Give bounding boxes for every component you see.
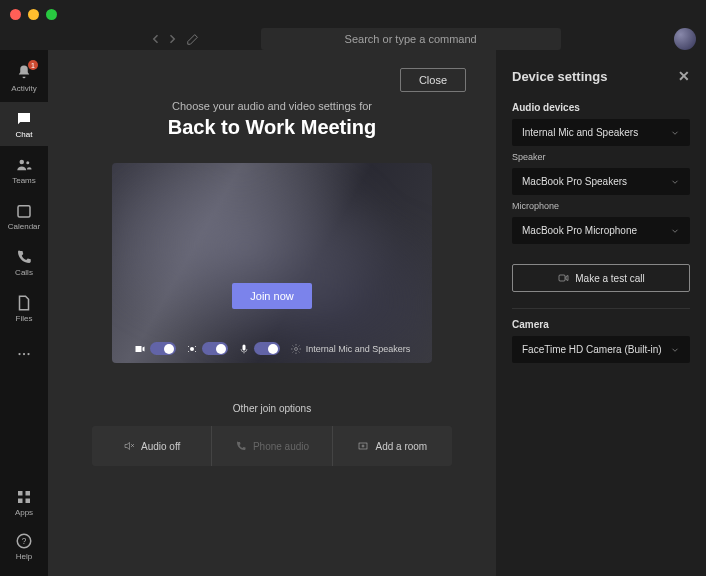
rail-files[interactable]: Files	[0, 286, 48, 330]
calendar-icon	[15, 202, 33, 220]
chat-icon	[15, 110, 33, 128]
option-label: Audio off	[141, 441, 180, 452]
svg-rect-17	[242, 344, 245, 350]
rail-apps[interactable]: Apps	[0, 480, 48, 524]
svg-point-15	[188, 351, 189, 352]
rail-label: Activity	[11, 84, 36, 93]
rail-calls[interactable]: Calls	[0, 240, 48, 284]
device-summary-button[interactable]: Internal Mic and Speakers	[290, 343, 411, 355]
rail-label: Help	[16, 552, 32, 561]
svg-rect-7	[26, 491, 31, 496]
microphone-select[interactable]: MacBook Pro Microphone	[512, 217, 690, 244]
rail-label: Apps	[15, 508, 33, 517]
phone-icon	[235, 440, 247, 452]
camera-select[interactable]: FaceTime HD Camera (Built-in)	[512, 336, 690, 363]
test-call-label: Make a test call	[575, 273, 644, 284]
rail-chat[interactable]: Chat	[0, 102, 48, 146]
chevron-down-icon	[670, 226, 680, 236]
activity-badge: 1	[28, 60, 38, 70]
camera-label: Camera	[512, 319, 690, 330]
svg-point-0	[20, 159, 25, 164]
chevron-down-icon	[670, 128, 680, 138]
rail-label: Calendar	[8, 222, 40, 231]
microphone-label: Microphone	[512, 201, 690, 211]
audio-device-select[interactable]: Internal Mic and Speakers	[512, 119, 690, 146]
app-rail: 1 Activity Chat Teams Calendar Calls Fil…	[0, 50, 48, 576]
other-options-label: Other join options	[233, 403, 311, 414]
window-minimize-icon[interactable]	[28, 9, 39, 20]
rail-calendar[interactable]: Calendar	[0, 194, 48, 238]
apps-icon	[15, 488, 33, 506]
svg-point-1	[26, 161, 29, 164]
select-value: FaceTime HD Camera (Built-in)	[522, 344, 662, 355]
traffic-lights	[10, 9, 57, 20]
svg-point-18	[294, 347, 297, 350]
avatar[interactable]	[674, 28, 696, 50]
camera-toggle-group	[134, 342, 176, 355]
nav-arrows	[150, 33, 178, 45]
gear-icon	[290, 343, 302, 355]
close-icon[interactable]: ✕	[678, 68, 690, 84]
test-call-button[interactable]: Make a test call	[512, 264, 690, 292]
forward-icon[interactable]	[166, 33, 178, 45]
svg-point-5	[27, 353, 29, 355]
option-label: Phone audio	[253, 441, 309, 452]
select-value: Internal Mic and Speakers	[522, 127, 638, 138]
test-call-icon	[557, 272, 569, 284]
rail-label: Calls	[15, 268, 33, 277]
speaker-label: Speaker	[512, 152, 690, 162]
rail-label: Files	[16, 314, 33, 323]
rail-label: Chat	[16, 130, 33, 139]
file-icon	[15, 294, 33, 312]
window-close-icon[interactable]	[10, 9, 21, 20]
separator	[512, 308, 690, 309]
window-maximize-icon[interactable]	[46, 9, 57, 20]
svg-rect-9	[26, 498, 31, 503]
top-bar: Search or type a command	[0, 28, 706, 50]
search-input[interactable]: Search or type a command	[261, 28, 561, 50]
svg-rect-6	[18, 491, 23, 496]
mic-toggle-group	[238, 342, 280, 355]
rail-activity[interactable]: 1 Activity	[0, 56, 48, 100]
blur-toggle[interactable]	[202, 342, 228, 355]
svg-point-13	[188, 346, 189, 347]
meeting-title: Back to Work Meeting	[168, 116, 377, 139]
mic-toggle[interactable]	[254, 342, 280, 355]
close-button[interactable]: Close	[400, 68, 466, 92]
add-room-option[interactable]: Add a room	[332, 426, 452, 466]
svg-rect-8	[18, 498, 23, 503]
rail-help[interactable]: ? Help	[0, 524, 48, 568]
join-button[interactable]: Join now	[232, 283, 311, 309]
mac-titlebar	[0, 0, 706, 28]
svg-point-12	[190, 347, 194, 351]
panel-title: Device settings	[512, 69, 607, 84]
select-value: MacBook Pro Microphone	[522, 225, 637, 236]
help-icon: ?	[15, 532, 33, 550]
device-settings-panel: Device settings ✕ Audio devices Internal…	[496, 50, 706, 576]
svg-rect-2	[18, 205, 30, 216]
back-icon[interactable]	[150, 33, 162, 45]
phone-icon	[15, 248, 33, 266]
mic-icon	[238, 343, 250, 355]
speaker-select[interactable]: MacBook Pro Speakers	[512, 168, 690, 195]
chevron-down-icon	[670, 345, 680, 355]
audio-off-icon	[123, 440, 135, 452]
svg-point-4	[23, 353, 25, 355]
svg-rect-20	[559, 275, 565, 281]
room-icon	[357, 440, 369, 452]
audio-devices-label: Audio devices	[512, 102, 690, 113]
join-options: Audio off Phone audio Add a room	[92, 426, 452, 466]
chevron-down-icon	[670, 177, 680, 187]
rail-teams[interactable]: Teams	[0, 148, 48, 192]
audio-off-option[interactable]: Audio off	[92, 426, 211, 466]
video-icon	[134, 343, 146, 355]
option-label: Add a room	[375, 441, 427, 452]
prejoin-stage: Close Choose your audio and video settin…	[48, 50, 706, 576]
camera-toggle[interactable]	[150, 342, 176, 355]
blur-toggle-group	[186, 342, 228, 355]
phone-audio-option[interactable]: Phone audio	[211, 426, 331, 466]
prejoin-subtitle: Choose your audio and video settings for	[172, 100, 372, 112]
rail-more[interactable]	[0, 332, 48, 376]
svg-text:?: ?	[22, 537, 27, 546]
compose-icon[interactable]	[186, 32, 200, 46]
